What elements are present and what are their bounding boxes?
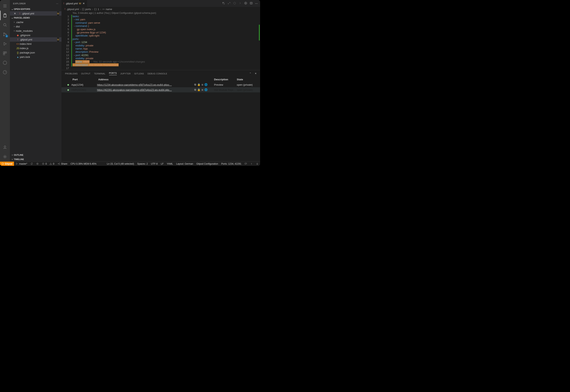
run-icon[interactable] <box>244 1 247 6</box>
close-tab-icon[interactable]: ✕ <box>82 2 85 5</box>
encoding-status[interactable]: UTF-8 <box>150 162 159 166</box>
preview-icon[interactable]: ⧈ <box>202 83 203 86</box>
minimap[interactable] <box>258 15 260 70</box>
preview-icon[interactable]: ⧈ <box>202 88 203 91</box>
codelens[interactable]: You, 3 minutes ago | 1 author (You) | Gi… <box>61 11 260 15</box>
svg-rect-6 <box>3 54 5 55</box>
panel-tab-output[interactable]: OUTPUT <box>81 72 90 75</box>
bell-icon[interactable] <box>254 162 260 166</box>
modified-badge: M <box>57 37 59 42</box>
github-icon[interactable] <box>0 58 10 68</box>
file-icon: <> <box>16 42 20 45</box>
extensions-icon[interactable] <box>0 49 10 58</box>
editor-tab[interactable]: ! .gitpod.yml M ✕ <box>61 0 87 7</box>
file-item[interactable]: ▲yarn.lock <box>10 55 61 59</box>
split-editor-icon[interactable] <box>250 1 253 6</box>
svg-point-21 <box>58 163 58 164</box>
branch-status[interactable]: master* <box>14 162 29 166</box>
outline-section[interactable]: ›OUTLINE <box>10 153 61 157</box>
modified-badge: M <box>57 11 59 15</box>
compare-changes-icon[interactable] <box>222 1 225 6</box>
open-editor-item[interactable]: ✕ ! .gitpod.yml M <box>10 11 61 15</box>
folder-item[interactable]: ›.cache <box>10 20 61 24</box>
file-item[interactable]: <>index.html <box>10 42 61 46</box>
copy-icon[interactable]: ⧉ <box>194 88 196 91</box>
file-item[interactable]: JSindex.js <box>10 46 61 50</box>
svg-rect-4 <box>3 52 5 53</box>
ports-row[interactable]: App(1234)https://1234-akosyakov-parcelde… <box>61 82 260 87</box>
panel-close-icon[interactable]: ✕ <box>255 72 256 75</box>
port-address-link[interactable]: https://42291-akosyakov-parceldemo-g5tl7… <box>97 88 194 91</box>
file-icon: ◆ <box>16 34 20 37</box>
globe-icon[interactable]: 🌐 <box>204 83 208 86</box>
ports-row[interactable]: HMR(42291)https://42291-akosyakov-parcel… <box>61 87 260 92</box>
sync-status[interactable] <box>29 162 35 166</box>
accounts-icon[interactable] <box>0 142 10 152</box>
panel-tab-gitlens[interactable]: GITLENS <box>134 72 144 75</box>
lang-status[interactable]: YAML <box>165 162 175 166</box>
ports-status[interactable]: Ports: 1234, 42291 <box>220 162 243 166</box>
file-icon: JS <box>16 47 20 50</box>
nav-back-icon[interactable] <box>233 1 236 6</box>
settings-gear-icon[interactable] <box>0 152 10 161</box>
open-changes-icon[interactable] <box>227 1 231 6</box>
folder-item[interactable]: ›node_modules <box>10 29 61 33</box>
feedback-icon[interactable] <box>243 162 249 166</box>
svg-point-23 <box>59 164 60 165</box>
indent-status[interactable]: Spaces: 2 <box>135 162 149 166</box>
timeline-section[interactable]: ›TIMELINE <box>10 157 61 161</box>
svg-point-22 <box>59 163 60 163</box>
open-editors-section[interactable]: ⌄OPEN EDITORS <box>10 7 61 11</box>
file-icon: ! <box>16 38 20 41</box>
file-icon: ▲ <box>16 56 20 58</box>
port-status-icon <box>65 88 71 91</box>
gitlens-icon[interactable] <box>249 162 254 166</box>
more-icon[interactable]: ··· <box>255 2 258 5</box>
cpu-mem-status[interactable]: CPU 0.39% MEM 6.45% <box>69 162 98 166</box>
breadcrumb[interactable]: ! .gitpod.yml ›[ ]ports ›{ }1 ›▭name <box>61 7 260 11</box>
search-icon[interactable] <box>0 20 10 30</box>
panel-tab-jupyter[interactable]: JUPYTER <box>120 72 131 75</box>
copy-icon[interactable]: ⧉ <box>194 83 196 86</box>
svg-point-2 <box>3 35 4 36</box>
panel-tab-problems[interactable]: PROBLEMS <box>65 72 78 75</box>
sidebar-title: EXPLORER <box>13 2 26 5</box>
svg-point-7 <box>3 61 7 65</box>
svg-rect-5 <box>5 52 7 53</box>
status-bar: ❍Gitpod master* 0 0 Share CPU 0.39% MEM … <box>0 161 260 166</box>
menu-icon[interactable] <box>0 1 10 11</box>
gitpod-ports-icon[interactable] <box>0 68 10 77</box>
panel-tab-ports[interactable]: PORTS <box>109 72 117 75</box>
nav-fwd-icon[interactable] <box>239 1 242 6</box>
panel-tab-terminal[interactable]: TERMINAL <box>94 72 105 75</box>
folder-item[interactable]: ›dist <box>10 24 61 29</box>
file-item[interactable]: {}package.json <box>10 50 61 55</box>
eol-status[interactable]: LF <box>159 162 165 166</box>
project-section[interactable]: ⌄PARCEL-DEMO <box>10 15 61 20</box>
port-address-link[interactable]: https://1234-akosyakov-parceldemo-g5tl7o… <box>97 83 194 86</box>
explorer-icon[interactable] <box>0 11 10 20</box>
sidebar-more-icon[interactable]: ··· <box>56 2 58 5</box>
source-control-icon[interactable]: 1 <box>0 30 10 39</box>
close-icon[interactable]: ✕ <box>14 12 16 15</box>
ports-icon-status[interactable] <box>35 162 40 166</box>
port-status-icon <box>65 83 71 86</box>
share-status[interactable]: Share <box>56 162 69 166</box>
lock-icon[interactable]: 🔒 <box>197 88 200 91</box>
lock-icon[interactable]: 🔒 <box>197 83 200 86</box>
svg-point-13 <box>233 2 236 4</box>
problems-status[interactable]: 0 0 <box>40 162 56 166</box>
svg-point-9 <box>4 146 6 147</box>
panel-maximize-icon[interactable]: ⌃ <box>249 72 251 75</box>
layout-status[interactable]: Layout: German <box>175 162 195 166</box>
cursor-pos-status[interactable]: Ln 15, Col 5 (49 selected) <box>105 162 135 166</box>
globe-icon[interactable]: 🌐 <box>204 88 208 91</box>
file-item[interactable]: ◆.gitignore <box>10 33 61 37</box>
run-debug-icon[interactable] <box>0 39 10 49</box>
code-editor[interactable]: 1234567891011121314151617 tasks: - init:… <box>61 15 260 70</box>
gitpod-config-status[interactable]: Gitpod Configuration <box>195 162 220 166</box>
gitpod-status[interactable]: ❍Gitpod <box>0 162 14 166</box>
modified-badge: M <box>79 2 81 5</box>
file-item[interactable]: !.gitpod.ymlM <box>10 37 61 42</box>
panel-tab-debug[interactable]: DEBUG CONSOLE <box>148 72 167 75</box>
